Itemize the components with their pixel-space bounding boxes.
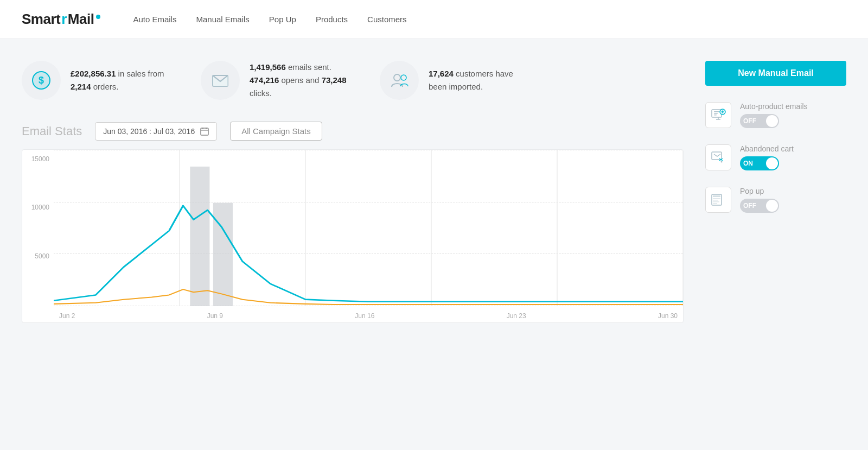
svg-point-5 — [394, 74, 400, 81]
header: SmartrMail Auto Emails Manual Emails Pop… — [0, 0, 868, 39]
email-stats-section: Email Stats Jun 03, 2016 : Jul 03, 2016 … — [22, 122, 684, 323]
envelope-icon — [210, 71, 230, 90]
date-range-picker[interactable]: Jun 03, 2016 : Jul 03, 2016 — [95, 122, 217, 141]
popup-toggle[interactable]: OFF — [740, 199, 779, 213]
stat-emails: 1,419,566 emails sent. 474,216 opens and… — [201, 61, 347, 100]
email-stats-title: Email Stats — [22, 124, 82, 138]
svg-point-26 — [721, 161, 723, 163]
email-stats-header: Email Stats Jun 03, 2016 : Jul 03, 2016 … — [22, 122, 684, 141]
svg-rect-29 — [713, 198, 720, 199]
logo-dot — [96, 15, 100, 19]
auto-product-toggle-section: Auto-product emails OFF — [705, 102, 846, 128]
calendar-icon — [200, 127, 209, 136]
svg-rect-19 — [714, 111, 719, 112]
auto-product-label: Auto-product emails — [740, 102, 808, 111]
nav-pop-up[interactable]: Pop Up — [269, 15, 296, 24]
x-label-jun30: Jun 30 — [658, 312, 678, 320]
abandoned-cart-toggle-section: Abandoned cart ON — [705, 144, 846, 170]
x-label-jun9: Jun 9 — [207, 312, 223, 320]
abandoned-cart-label: Abandoned cart — [740, 144, 794, 153]
popup-toggle-info: Pop up OFF — [740, 187, 779, 213]
auto-product-icon — [711, 107, 726, 123]
svg-rect-7 — [201, 128, 208, 135]
y-label-15000: 15000 — [31, 155, 49, 163]
svg-point-6 — [401, 75, 406, 80]
x-label-jun2: Jun 2 — [59, 312, 75, 320]
logo: SmartrMail — [22, 11, 100, 28]
popup-thumb — [766, 200, 778, 212]
svg-rect-32 — [713, 203, 717, 204]
new-manual-email-button[interactable]: New Manual Email — [705, 61, 846, 86]
stat-sales: $ £202,856.31 in sales from 2,214 orders… — [22, 61, 168, 100]
svg-text:$: $ — [39, 75, 44, 86]
left-content: $ £202,856.31 in sales from 2,214 orders… — [22, 61, 684, 323]
customers-icon-circle — [380, 61, 419, 100]
x-label-jun23: Jun 23 — [507, 312, 526, 320]
y-label-10000: 10000 — [31, 204, 49, 211]
nav-auto-emails[interactable]: Auto Emails — [133, 15, 176, 24]
users-icon — [390, 71, 409, 90]
chart-x-labels: Jun 2 Jun 9 Jun 16 Jun 23 Jun 30 — [54, 312, 683, 320]
chart-svg — [54, 150, 683, 306]
abandoned-cart-icon-box — [705, 144, 731, 170]
right-sidebar: New Manual Email Auto-product emails — [705, 61, 846, 323]
svg-rect-20 — [714, 113, 718, 114]
auto-product-thumb — [766, 115, 778, 127]
popup-label: Pop up — [740, 187, 779, 195]
svg-rect-30 — [713, 200, 718, 201]
y-label-5000: 5000 — [35, 252, 49, 260]
auto-product-toggle[interactable]: OFF — [740, 114, 779, 128]
emails-stat-text: 1,419,566 emails sent. 474,216 opens and… — [250, 61, 347, 100]
main-content: $ £202,856.31 in sales from 2,214 orders… — [0, 39, 868, 323]
abandoned-cart-icon — [711, 150, 726, 165]
dollar-icon: $ — [31, 71, 51, 90]
popup-toggle-section: Pop up OFF — [705, 187, 846, 213]
chart-container: 15000 10000 5000 — [22, 149, 684, 323]
popup-icon — [711, 192, 726, 207]
stat-customers: 17,624 customers have been imported. — [380, 61, 526, 100]
auto-product-icon-box — [705, 102, 731, 128]
stats-row: $ £202,856.31 in sales from 2,214 orders… — [22, 61, 684, 100]
svg-rect-31 — [713, 201, 719, 202]
svg-rect-16 — [190, 167, 209, 306]
logo-r: r — [61, 11, 67, 28]
emails-icon-circle — [201, 61, 240, 100]
nav-products[interactable]: Products — [316, 15, 348, 24]
abandoned-cart-thumb — [766, 157, 778, 169]
abandoned-cart-toggle-info: Abandoned cart ON — [740, 144, 794, 170]
abandoned-cart-toggle[interactable]: ON — [740, 156, 779, 170]
auto-product-toggle-info: Auto-product emails OFF — [740, 102, 808, 128]
customers-stat-text: 17,624 customers have been imported. — [429, 67, 526, 93]
all-campaign-stats-button[interactable]: All Campaign Stats — [230, 122, 322, 141]
popup-icon-box — [705, 187, 731, 213]
date-range-text: Jun 03, 2016 : Jul 03, 2016 — [103, 127, 195, 136]
x-label-jun16: Jun 16 — [355, 312, 374, 320]
svg-rect-21 — [714, 115, 717, 116]
svg-rect-17 — [213, 203, 233, 306]
sales-icon-circle: $ — [22, 61, 61, 100]
chart-y-axis: 15000 10000 5000 — [22, 150, 54, 306]
sales-stat-text: £202,856.31 in sales from 2,214 orders. — [71, 67, 168, 93]
nav-manual-emails[interactable]: Manual Emails — [196, 15, 249, 24]
svg-rect-28 — [713, 195, 720, 197]
main-nav: Auto Emails Manual Emails Pop Up Product… — [133, 15, 406, 24]
nav-customers[interactable]: Customers — [367, 15, 407, 24]
